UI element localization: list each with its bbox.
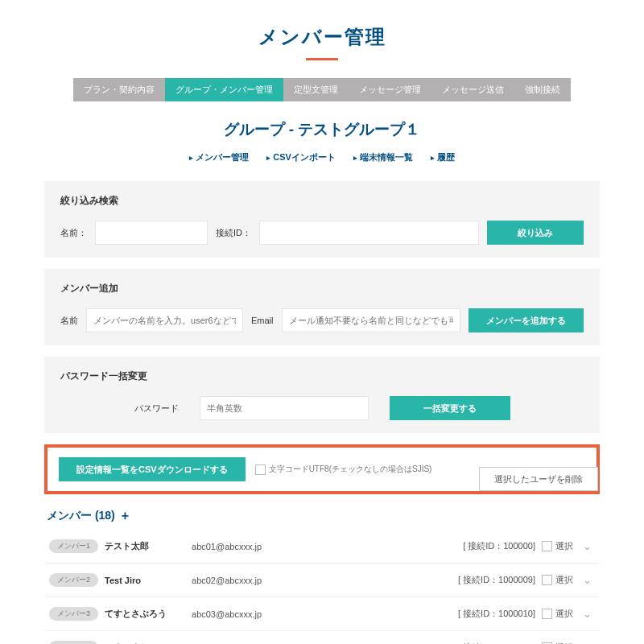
member-row: メンバー3てすとさぶろうabc03@abcxxx.jp[ 接続ID：100001… (44, 597, 600, 631)
member-connect-id: [ 接続ID：1000009] (458, 574, 535, 586)
search-name-input[interactable] (95, 221, 208, 245)
member-row: メンバー4てすてすおabc04@abcxxx.jp[ 接続ID：1000011]… (44, 631, 600, 644)
tab-bar: プラン・契約内容グループ・メンバー管理定型文管理メッセージ管理メッセージ送信強制… (44, 78, 600, 101)
member-name: テスト太郎 (105, 540, 185, 552)
member-select[interactable]: 選択 (542, 608, 573, 620)
csv-download-button[interactable]: 設定情報一覧をCSVダウンロードする (59, 457, 246, 481)
member-badge: メンバー3 (49, 607, 98, 621)
search-title: 絞り込み検索 (60, 194, 584, 208)
tab-4[interactable]: メッセージ送信 (431, 78, 514, 101)
tab-1[interactable]: グループ・メンバー管理 (165, 78, 283, 101)
members-heading: メンバー (18) + (44, 509, 600, 523)
subnav: メンバー管理CSVインポート端末情報一覧履歴 (44, 151, 600, 163)
subnav-0[interactable]: メンバー管理 (189, 151, 249, 163)
members-count: メンバー (18) (47, 509, 115, 523)
add-name-input[interactable] (86, 308, 243, 332)
members-list: メンバー1テスト太郎abc01@abcxxx.jp[ 接続ID：100000]選… (44, 530, 600, 644)
member-email: abc02@abcxxx.jp (192, 576, 452, 585)
member-select-label: 選択 (555, 574, 573, 586)
tab-0[interactable]: プラン・契約内容 (73, 78, 165, 101)
chevron-down-icon[interactable]: ⌄ (580, 608, 595, 620)
member-select-label: 選択 (555, 608, 573, 620)
password-title: パスワード一括変更 (60, 369, 584, 383)
password-label: パスワード (134, 402, 179, 415)
search-id-input[interactable] (259, 221, 479, 245)
member-email: abc03@abcxxx.jp (192, 609, 452, 619)
add-member-button[interactable]: メンバーを追加する (469, 308, 584, 332)
chevron-down-icon[interactable]: ⌄ (580, 574, 595, 586)
search-id-label: 接続ID： (216, 227, 251, 239)
add-email-input[interactable] (282, 308, 460, 332)
password-input[interactable] (200, 396, 369, 420)
member-badge: メンバー4 (49, 641, 98, 644)
password-bulk-button[interactable]: 一括変更する (390, 396, 510, 420)
delete-selected-button[interactable]: 選択したユーザを削除 (479, 467, 598, 491)
member-email: abc01@abcxxx.jp (192, 542, 456, 551)
password-panel: パスワード一括変更 パスワード 一括変更する (44, 357, 600, 433)
tab-5[interactable]: 強制接続 (514, 78, 571, 101)
member-row: メンバー1テスト太郎abc01@abcxxx.jp[ 接続ID：100000]選… (44, 530, 600, 564)
member-select[interactable]: 選択 (542, 540, 573, 552)
add-title: メンバー追加 (60, 282, 584, 295)
group-subtitle: グループ - テストグループ１ (44, 119, 600, 140)
utf8-checkbox-row[interactable]: 文字コードUTF8(チェックなしの場合はSJIS) (255, 464, 432, 475)
member-row: メンバー2Test Jiroabc02@abcxxx.jp[ 接続ID：1000… (44, 564, 600, 597)
add-member-panel: メンバー追加 名前 Email メンバーを追加する (44, 269, 600, 345)
chevron-down-icon[interactable]: ⌄ (580, 540, 595, 552)
page-title: メンバー管理 (44, 24, 600, 50)
tab-3[interactable]: メッセージ管理 (349, 78, 431, 101)
tab-2[interactable]: 定型文管理 (283, 78, 349, 101)
member-name: Test Jiro (105, 576, 185, 585)
member-connect-id: [ 接続ID：100000] (463, 540, 535, 552)
search-name-label: 名前： (60, 227, 87, 239)
title-underline (306, 58, 338, 60)
add-name-label: 名前 (60, 315, 78, 327)
subnav-3[interactable]: 履歴 (431, 151, 455, 163)
member-select-checkbox[interactable] (542, 575, 552, 585)
subnav-1[interactable]: CSVインポート (266, 151, 336, 163)
member-select-checkbox[interactable] (542, 609, 552, 619)
utf8-checkbox[interactable] (255, 464, 266, 475)
member-connect-id: [ 接続ID：1000010] (458, 608, 535, 620)
member-select-label: 選択 (555, 540, 573, 552)
utf8-checkbox-label: 文字コードUTF8(チェックなしの場合はSJIS) (269, 464, 432, 475)
member-select[interactable]: 選択 (542, 574, 573, 586)
member-select-checkbox[interactable] (542, 541, 552, 551)
add-email-label: Email (251, 316, 274, 325)
search-button[interactable]: 絞り込み (487, 221, 584, 245)
member-badge: メンバー2 (49, 573, 98, 587)
add-icon[interactable]: + (122, 509, 129, 523)
search-panel: 絞り込み検索 名前： 接続ID： 絞り込み (44, 181, 600, 258)
member-badge: メンバー1 (49, 539, 98, 553)
member-name: てすとさぶろう (105, 608, 185, 620)
subnav-2[interactable]: 端末情報一覧 (353, 151, 413, 163)
